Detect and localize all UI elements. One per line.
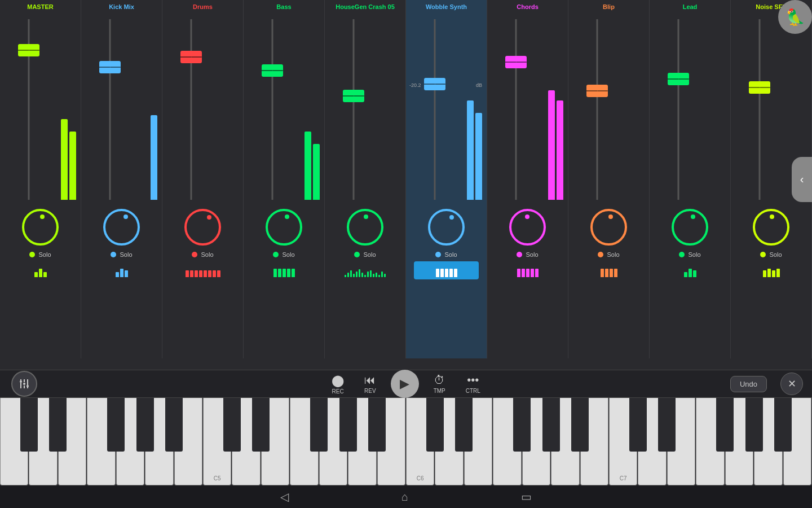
fader-area-bass xyxy=(246,14,322,205)
black-key-Dsharp4[interactable] xyxy=(49,398,67,452)
fader-area-kickmix xyxy=(83,14,160,205)
rec-icon: ⬤ xyxy=(332,374,344,387)
knob-area-housegen xyxy=(347,209,383,246)
knob-drums[interactable] xyxy=(184,209,221,246)
knob-dot-kickmix xyxy=(123,214,128,219)
ctrl-button[interactable]: ••• CTRL xyxy=(456,374,491,394)
home-button[interactable]: ⌂ xyxy=(401,491,408,503)
pattern-strip-kickmix[interactable] xyxy=(89,261,154,279)
pattern-strip-bass[interactable] xyxy=(251,261,316,279)
fader-thumb-bass[interactable] xyxy=(262,64,283,77)
pattern-strip-housegen[interactable] xyxy=(333,261,398,279)
pattern-strip-wobble[interactable] xyxy=(414,261,479,279)
close-button[interactable]: ✕ xyxy=(780,373,803,395)
knob-lead[interactable] xyxy=(672,209,708,246)
pattern-strip-blip[interactable] xyxy=(576,261,641,279)
fader-thumb-master[interactable] xyxy=(18,44,39,56)
solo-dot-housegen xyxy=(354,252,360,257)
nav-arrow-button[interactable]: ‹ xyxy=(792,157,812,202)
knob-area-drums xyxy=(184,209,221,246)
mixer-area: MASTERSoloKick MixSoloDrumsSoloBassSoloH… xyxy=(0,0,812,358)
solo-label-noisefx[interactable]: Solo xyxy=(769,251,782,258)
android-nav-bar: ◁ ⌂ ▭ xyxy=(0,485,812,508)
rec-button[interactable]: ⬤ REC xyxy=(321,374,354,395)
knob-bass[interactable] xyxy=(266,209,302,246)
fader-thumb-wobble[interactable] xyxy=(424,78,445,90)
black-key-Dsharp7[interactable] xyxy=(658,398,676,452)
solo-dot-lead xyxy=(679,252,685,257)
fader-thumb-lead[interactable] xyxy=(668,73,689,85)
solo-label-lead[interactable]: Solo xyxy=(688,251,700,258)
channel-drums[interactable]: DrumsSolo xyxy=(162,0,244,358)
solo-label-housegen[interactable]: Solo xyxy=(363,251,376,258)
black-key-Gsharp5[interactable] xyxy=(339,398,357,452)
black-key-Fsharp6[interactable] xyxy=(513,398,531,452)
tmp-icon: ⏱ xyxy=(434,374,445,387)
fader-area-drums xyxy=(165,14,241,205)
fader-thumb-chords[interactable] xyxy=(505,56,527,68)
black-key-Dsharp5[interactable] xyxy=(252,398,270,452)
pattern-strip-lead[interactable] xyxy=(657,261,722,279)
channel-bass[interactable]: BassSolo xyxy=(244,0,325,358)
solo-label-master[interactable]: Solo xyxy=(38,251,51,258)
channel-chords[interactable]: ChordsSolo xyxy=(487,0,568,358)
channel-kickmix[interactable]: Kick MixSolo xyxy=(81,0,162,358)
meters-kickmix xyxy=(151,76,157,200)
recents-button[interactable]: ▭ xyxy=(521,490,532,503)
channel-housegen[interactable]: HouseGen Crash 05Solo xyxy=(325,0,406,358)
channel-blip[interactable]: BlipSolo xyxy=(568,0,650,358)
black-key-Csharp6[interactable] xyxy=(426,398,444,452)
rev-button[interactable]: ⏮ REV xyxy=(354,374,386,394)
fader-thumb-kickmix[interactable] xyxy=(99,61,121,73)
black-key-Asharp6[interactable] xyxy=(571,398,589,452)
pattern-strip-noisefx[interactable] xyxy=(739,261,804,279)
black-key-Dsharp6[interactable] xyxy=(455,398,473,452)
pattern-strip-chords[interactable] xyxy=(495,261,560,279)
mixer-settings-button[interactable] xyxy=(11,371,37,397)
pattern-strip-drums[interactable] xyxy=(170,261,235,279)
black-key-Asharp7[interactable] xyxy=(774,398,792,452)
solo-label-bass[interactable]: Solo xyxy=(282,251,294,258)
knob-kickmix[interactable] xyxy=(103,209,140,246)
knob-noisefx[interactable] xyxy=(753,209,789,246)
rev-label: REV xyxy=(364,388,376,394)
black-key-Csharp5[interactable] xyxy=(223,398,241,452)
play-button[interactable]: ▶ xyxy=(391,370,419,398)
knob-blip[interactable] xyxy=(590,209,627,246)
knob-master[interactable] xyxy=(22,209,59,246)
fader-area-master xyxy=(2,14,78,205)
solo-label-blip[interactable]: Solo xyxy=(607,251,619,258)
solo-label-wobble[interactable]: Solo xyxy=(444,251,457,258)
fader-thumb-blip[interactable] xyxy=(586,85,608,97)
channel-wobble[interactable]: Wobble Synth-20.2dBSolo xyxy=(406,0,487,358)
fader-thumb-noisefx[interactable] xyxy=(749,81,770,94)
black-key-Csharp7[interactable] xyxy=(629,398,647,452)
undo-button[interactable]: Undo xyxy=(730,376,767,392)
knob-wobble[interactable] xyxy=(428,209,465,246)
svg-point-3 xyxy=(20,380,22,383)
channel-master[interactable]: MASTERSolo xyxy=(0,0,81,358)
fader-area-housegen xyxy=(327,14,403,205)
black-key-Fsharp7[interactable] xyxy=(716,398,734,452)
pattern-strip-master[interactable] xyxy=(8,261,73,279)
black-key-Gsharp6[interactable] xyxy=(542,398,560,452)
black-key-Fsharp4[interactable] xyxy=(107,398,125,452)
black-key-Asharp5[interactable] xyxy=(368,398,386,452)
solo-label-drums[interactable]: Solo xyxy=(201,251,213,258)
black-key-Gsharp7[interactable] xyxy=(745,398,763,452)
knob-chords[interactable] xyxy=(509,209,546,246)
fader-thumb-drums[interactable] xyxy=(180,51,202,63)
black-key-Asharp4[interactable] xyxy=(165,398,183,452)
black-key-Fsharp5[interactable] xyxy=(310,398,328,452)
fader-thumb-housegen[interactable] xyxy=(343,90,364,102)
solo-label-kickmix[interactable]: Solo xyxy=(120,251,132,258)
solo-label-chords[interactable]: Solo xyxy=(526,251,538,258)
tmp-button[interactable]: ⏱ TMP xyxy=(423,374,456,394)
black-key-Csharp4[interactable] xyxy=(20,398,38,452)
knob-housegen[interactable] xyxy=(347,209,383,246)
ctrl-label: CTRL xyxy=(466,388,480,394)
channel-lead[interactable]: LeadSolo xyxy=(650,0,731,358)
meters-bass xyxy=(304,76,320,200)
black-key-Gsharp4[interactable] xyxy=(136,398,154,452)
back-button[interactable]: ◁ xyxy=(280,490,289,503)
